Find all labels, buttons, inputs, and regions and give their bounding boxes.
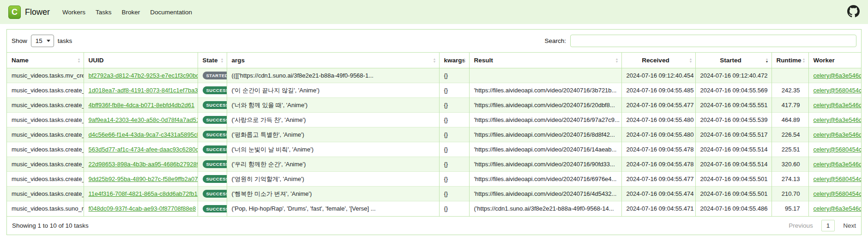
sort-icon: ▲▼ (78, 58, 81, 63)
cell-kwargs: {} (439, 113, 469, 127)
cell-runtime: 242.35 (772, 83, 808, 98)
column-header-result[interactable]: Result▲▼ (469, 53, 621, 68)
cell-result: 'https://files.aivideoapi.com/video/2024… (469, 113, 621, 127)
cell-state: SUCCESS (198, 157, 227, 172)
column-header-runtime[interactable]: Runtime▲▼ (772, 53, 808, 68)
cell-name: music_videos.tasks.create_video (7, 187, 84, 201)
nav-item-documentation[interactable]: Documentation (150, 9, 192, 16)
column-header-state[interactable]: State▲▼ (198, 53, 227, 68)
task-uuid-link[interactable]: bf2792a3-d812-47b2-9253-e7ec1f3c90bc (89, 72, 198, 79)
worker-link[interactable]: celery@6a3e546d (814, 205, 862, 212)
cell-started: 2024-07-16 09:04:55.501 (695, 172, 772, 187)
cell-started: 2024-07-16 09:04:55.514 (695, 157, 772, 172)
table-footer: Showing 1 to 10 of 10 tasks Previous 1 N… (7, 216, 861, 235)
pagination-previous-button[interactable]: Previous (789, 222, 813, 229)
state-badge: SUCCESS (203, 101, 227, 109)
cell-runtime: 464.89 (772, 113, 808, 127)
cell-args: ('너의 눈빛이 날 비춰', 'Anime') (227, 142, 439, 157)
cell-received: 2024-07-16 09:04:55.474 (621, 187, 695, 201)
brand-title[interactable]: Flower (25, 7, 50, 17)
cell-state: SUCCESS (198, 83, 227, 98)
worker-link[interactable]: celery@6a3e546d (814, 161, 862, 168)
column-header-started[interactable]: Started▲▼ (695, 53, 772, 68)
cell-result: 'https://files.aivideoapi.com/video/2024… (469, 98, 621, 113)
cell-kwargs: {} (439, 157, 469, 172)
cell-uuid: 11e4f316-708f-4821-865a-c8dd6ab72fb1 (84, 187, 198, 201)
task-uuid-link[interactable]: 1d018ea7-adf8-4191-8073-84f1c1ef7ba3 (89, 87, 198, 94)
cell-received: 2024-07-16 09:04:55.480 (621, 113, 695, 127)
worker-link[interactable]: celery@6a3e546d (814, 116, 862, 123)
cell-name: music_videos.tasks.mv_create (7, 68, 84, 83)
cell-state: SUCCESS (198, 142, 227, 157)
worker-link[interactable]: celery@5680454c (814, 190, 862, 197)
cell-worker: celery@5680454c (808, 187, 862, 201)
task-uuid-link[interactable]: 9dd25b92-95ba-4890-b27c-f58e9ffb2a07 (89, 175, 198, 182)
state-badge: SUCCESS (203, 160, 227, 168)
column-header-received[interactable]: Received▲▼ (621, 53, 695, 68)
column-header-kwargs[interactable]: kwargs▲▼ (439, 53, 469, 68)
task-uuid-link[interactable]: 9af9ea14-2303-4e30-a58c-0d78f4a7ad51 (89, 116, 198, 123)
cell-started: 2024-07-16 09:04:55.569 (695, 83, 772, 98)
cell-received: 2024-07-16 09:04:55.477 (621, 172, 695, 187)
cell-runtime: 417.79 (772, 98, 808, 113)
table-row: music_videos.tasks.suno_musicf048dc09-93… (7, 201, 862, 216)
worker-link[interactable]: celery@5680454c (814, 146, 862, 153)
pagination-current-page[interactable]: 1 (821, 220, 835, 231)
table-row: music_videos.tasks.mv_createbf2792a3-d81… (7, 68, 862, 83)
cell-state: STARTED (198, 68, 227, 83)
cell-state: SUCCESS (198, 98, 227, 113)
column-label: Result (474, 57, 493, 64)
sort-icon: ▲▼ (463, 58, 466, 63)
column-label: UUID (89, 57, 104, 64)
search-input[interactable] (570, 35, 856, 47)
cell-worker: celery@6a3e546d (808, 157, 862, 172)
nav-item-workers[interactable]: Workers (62, 9, 85, 16)
task-uuid-link[interactable]: 563d5d77-af1c-4734-afee-daac93c6280c (89, 146, 198, 153)
cell-received: 2024-07-16 09:04:55.480 (621, 127, 695, 142)
worker-link[interactable]: celery@5680454c (814, 175, 862, 182)
show-suffix-label: tasks (58, 37, 72, 44)
worker-link[interactable]: celery@6a3e546d (814, 72, 862, 79)
cell-started: 2024-07-16 09:04:55.501 (695, 187, 772, 201)
sort-icon: ▲▼ (689, 58, 693, 63)
cell-worker: celery@5680454c (808, 172, 862, 187)
tasks-table: Name▲▼UUIDState▲▼args▲▼kwargs▲▼Result▲▼R… (7, 52, 862, 216)
task-uuid-link[interactable]: 11e4f316-708f-4821-865a-c8dd6ab72fb1 (89, 190, 198, 197)
column-label: Started (720, 57, 741, 64)
cell-kwargs: {} (439, 201, 469, 216)
column-label: Received (642, 57, 669, 64)
github-link[interactable] (847, 5, 860, 19)
cell-name: music_videos.tasks.create_video (7, 113, 84, 127)
pagination-next-button[interactable]: Next (843, 222, 856, 229)
show-entries-select[interactable]: 15 (31, 35, 54, 47)
task-uuid-link[interactable]: 22d98653-898a-4b3b-aa95-4686b279289c (89, 161, 198, 168)
worker-link[interactable]: celery@5680454c (814, 87, 862, 94)
cell-received: 2024-07-16 09:04:55.478 (621, 157, 695, 172)
cell-uuid: f048dc09-937f-4cab-ae93-0f87708f88e8 (84, 201, 198, 216)
navbar: C Flower Workers Tasks Broker Documentat… (0, 0, 868, 24)
nav-item-broker[interactable]: Broker (122, 9, 140, 16)
cell-started: 2024-07-16 09:04:55.551 (695, 98, 772, 113)
task-uuid-link[interactable]: 4bff936f-fb8e-4dca-b071-8ebfd4db2d61 (89, 102, 195, 109)
column-header-args[interactable]: args▲▼ (227, 53, 439, 68)
cell-result: 'https://files.aivideoapi.com/video/2024… (469, 157, 621, 172)
cell-kwargs: {} (439, 127, 469, 142)
cell-state: SUCCESS (198, 127, 227, 142)
column-header-name[interactable]: Name▲▼ (7, 53, 84, 68)
task-uuid-link[interactable]: d4c56e66-f1e4-43da-9ca7-c3431a5895cb (89, 131, 198, 138)
show-label: Show (12, 37, 27, 44)
state-badge: SUCCESS (203, 131, 227, 139)
worker-link[interactable]: celery@6a3e546d (814, 131, 862, 138)
nav-item-tasks[interactable]: Tasks (96, 9, 112, 16)
cell-received: 2024-07-16 09:12:40.454 (621, 68, 695, 83)
worker-link[interactable]: celery@6a3e546d (814, 102, 862, 109)
cell-result: 'https://files.aivideoapi.com/video/2024… (469, 142, 621, 157)
cell-uuid: 22d98653-898a-4b3b-aa95-4686b279289c (84, 157, 198, 172)
task-uuid-link[interactable]: f048dc09-937f-4cab-ae93-0f87708f88e8 (89, 205, 196, 212)
cell-args: ('행복한 미소가 번져', 'Anime') (227, 187, 439, 201)
column-label: State (203, 57, 218, 64)
sort-icon: ▲▼ (766, 58, 769, 63)
cell-runtime: 225.51 (772, 142, 808, 157)
table-row: music_videos.tasks.create_videod4c56e66-… (7, 127, 862, 142)
search-label: Search: (544, 37, 566, 44)
